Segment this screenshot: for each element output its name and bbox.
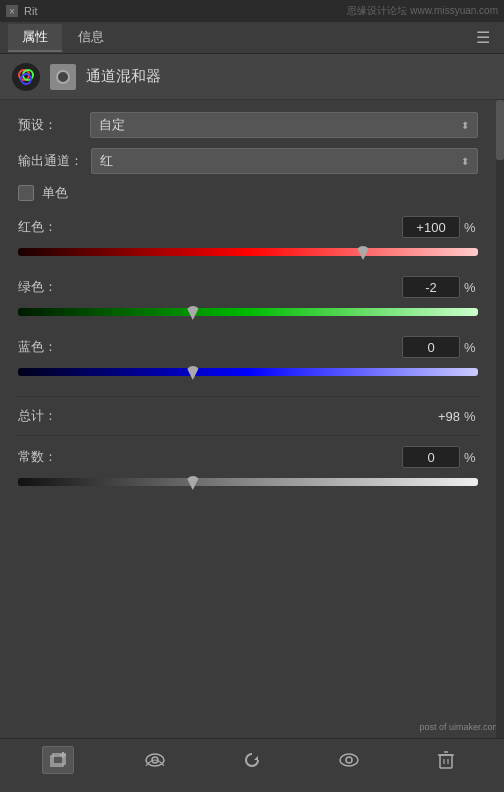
toolbar-btn-layer[interactable] [42, 746, 74, 774]
eye-icon [144, 752, 166, 768]
red-slider-input[interactable] [402, 216, 460, 238]
preset-value: 自定 [99, 116, 125, 134]
tab-info[interactable]: 信息 [64, 24, 118, 52]
blue-slider-track [18, 368, 478, 376]
green-slider-input[interactable] [402, 276, 460, 298]
svg-rect-12 [440, 755, 452, 768]
total-value: +98 [420, 409, 460, 424]
svg-point-11 [346, 757, 352, 763]
channel-mixer-icon [15, 66, 37, 88]
total-unit: % [464, 409, 478, 424]
red-slider-header: 红色： % [18, 216, 478, 238]
constant-slider-header: 常数： % [18, 446, 478, 468]
scroll-thumb[interactable] [496, 100, 504, 160]
content-area: 预设： 自定 ⬍ 输出通道： 红 ⬍ 单色 [0, 100, 504, 518]
red-slider-label: 红色： [18, 218, 57, 236]
toolbar-btn-eye1[interactable] [139, 746, 171, 774]
toolbar-btn-reset[interactable] [236, 746, 268, 774]
scroll-area: 预设： 自定 ⬍ 输出通道： 红 ⬍ 单色 [0, 100, 504, 780]
constant-slider-thumb[interactable] [186, 476, 200, 490]
constant-slider-track [18, 478, 478, 486]
title-bar-text: Rit [24, 5, 37, 17]
main-area: 预设： 自定 ⬍ 输出通道： 红 ⬍ 单色 [0, 100, 504, 780]
blue-slider-thumb[interactable] [186, 366, 200, 380]
tabs-bar: 属性 信息 ☰ [0, 22, 504, 54]
title-bar-left: × Rit [6, 5, 37, 17]
green-slider-section: 绿色： % [18, 276, 478, 322]
blue-slider-unit: % [464, 340, 478, 355]
output-channel-row: 输出通道： 红 ⬍ [18, 148, 478, 174]
constant-slider-label: 常数： [18, 448, 57, 466]
blue-slider-section: 蓝色： % [18, 336, 478, 382]
toolbar-btn-eye2[interactable] [333, 746, 365, 774]
eye2-icon [338, 752, 360, 768]
new-layer-icon [49, 752, 67, 768]
monochrome-row: 单色 [18, 184, 478, 202]
green-slider-label: 绿色： [18, 278, 57, 296]
panel-title: 通道混和器 [86, 67, 161, 86]
tab-properties[interactable]: 属性 [8, 24, 62, 52]
toolbar-btn-delete[interactable] [430, 746, 462, 774]
red-slider-track-wrap[interactable] [18, 242, 478, 262]
blue-slider-track-wrap[interactable] [18, 362, 478, 382]
red-slider-unit: % [464, 220, 478, 235]
output-channel-label: 输出通道： [18, 152, 83, 170]
monochrome-label: 单色 [42, 184, 68, 202]
green-slider-unit: % [464, 280, 478, 295]
scrollbar[interactable] [496, 100, 504, 780]
svg-marker-9 [254, 756, 258, 760]
close-icon: × [9, 6, 15, 17]
reset-icon [243, 751, 261, 769]
total-row: 总计： +98 % [18, 407, 478, 425]
preset-select[interactable]: 自定 ⬍ [90, 112, 478, 138]
title-bar: × Rit 思缘设计论坛 www.missyuan.com [0, 0, 504, 22]
red-slider-thumb[interactable] [356, 246, 370, 260]
green-slider-thumb[interactable] [186, 306, 200, 320]
tab-group: 属性 信息 [8, 24, 118, 52]
panel-header: 通道混和器 [0, 54, 504, 100]
constant-slider-input[interactable] [402, 446, 460, 468]
preset-label: 预设： [18, 116, 82, 134]
constant-slider-value-group: % [402, 446, 478, 468]
panel-icon-circle [12, 63, 40, 91]
constant-slider-section: 常数： % [18, 446, 478, 492]
panel-icon-square [50, 64, 76, 90]
svg-point-10 [340, 754, 358, 766]
monochrome-checkbox[interactable] [18, 185, 34, 201]
total-label: 总计： [18, 407, 57, 425]
preset-row: 预设： 自定 ⬍ [18, 112, 478, 138]
blue-slider-header: 蓝色： % [18, 336, 478, 358]
divider2 [18, 435, 478, 436]
watermark-top: 思缘设计论坛 www.missyuan.com [347, 4, 498, 18]
green-slider-track-wrap[interactable] [18, 302, 478, 322]
red-slider-value-group: % [402, 216, 478, 238]
menu-icon: ☰ [476, 29, 490, 46]
green-slider-track [18, 308, 478, 316]
bottom-toolbar [0, 738, 504, 780]
green-slider-value-group: % [402, 276, 478, 298]
close-button[interactable]: × [6, 5, 18, 17]
green-slider-header: 绿色： % [18, 276, 478, 298]
red-slider-section: 红色： % [18, 216, 478, 262]
trash-icon [437, 750, 455, 770]
red-slider-track [18, 248, 478, 256]
preset-arrow: ⬍ [461, 120, 469, 131]
constant-slider-unit: % [464, 450, 478, 465]
blue-slider-input[interactable] [402, 336, 460, 358]
output-channel-value: 红 [100, 152, 113, 170]
watermark-bottom: post of uimaker.com [419, 722, 500, 732]
blue-slider-value-group: % [402, 336, 478, 358]
divider [18, 396, 478, 397]
blue-slider-label: 蓝色： [18, 338, 57, 356]
tab-menu-button[interactable]: ☰ [470, 28, 496, 47]
total-value-group: +98 % [420, 409, 478, 424]
output-channel-arrow: ⬍ [461, 156, 469, 167]
constant-slider-track-wrap[interactable] [18, 472, 478, 492]
output-channel-select[interactable]: 红 ⬍ [91, 148, 478, 174]
